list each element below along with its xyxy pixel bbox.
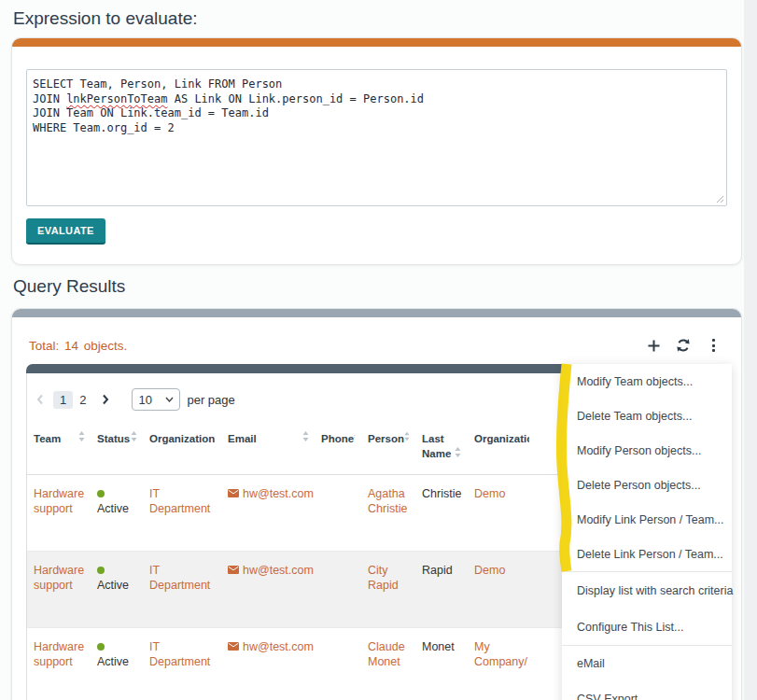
column-header-phone[interactable]: Phone <box>315 422 361 475</box>
status-text: Active <box>97 655 129 668</box>
menu-item[interactable]: Delete Person objects... <box>562 468 732 502</box>
status-text: Active <box>97 502 129 515</box>
menu-group: Modify Team objects...Delete Team object… <box>562 364 732 571</box>
status-dot <box>97 567 105 574</box>
menu-item[interactable]: Modify Link Person / Team... <box>562 502 732 537</box>
sort-icon <box>404 431 410 441</box>
expression-textarea[interactable]: SELECT Team, Person, Link FROM Person JO… <box>26 69 727 206</box>
sort-icon <box>354 431 356 441</box>
email-link[interactable]: hw@test.com <box>243 486 314 501</box>
expression-section-title: Expression to evaluate: <box>13 8 198 29</box>
email-icon <box>228 566 239 574</box>
organization2-link[interactable]: My Company/ <box>474 640 527 668</box>
email-icon <box>228 642 239 651</box>
menu-item[interactable]: Display list with search criteria <box>562 572 732 609</box>
menu-item[interactable]: eMail <box>562 646 732 681</box>
team-link[interactable]: Hardware support <box>34 487 84 515</box>
person-link[interactable]: Agatha Christie <box>368 487 407 515</box>
context-menu: Modify Team objects...Delete Team object… <box>562 364 732 700</box>
email-link[interactable]: hw@test.com <box>243 639 314 654</box>
column-header-last_name[interactable]: Last Name <box>415 422 468 475</box>
organization-link[interactable]: IT Department <box>149 640 210 668</box>
organization2-link[interactable]: Demo <box>474 564 505 577</box>
results-card-accent-bar <box>12 309 741 317</box>
menu-item[interactable]: Configure This List... <box>562 609 732 645</box>
column-label: Organization <box>149 431 215 446</box>
column-header-email[interactable]: Email <box>221 422 315 475</box>
refresh-icon[interactable] <box>676 338 691 353</box>
expression-card: SELECT Team, Person, Link FROM Person JO… <box>11 37 742 265</box>
resize-grip-icon[interactable] <box>716 195 724 203</box>
column-label: Person <box>368 431 404 446</box>
team-link[interactable]: Hardware support <box>34 640 84 668</box>
column-header-person[interactable]: Person <box>361 422 415 475</box>
menu-item[interactable]: CSV Export <box>562 681 732 700</box>
status-dot <box>97 490 105 497</box>
cell-phone <box>315 552 361 628</box>
organization-link[interactable]: IT Department <box>149 487 210 515</box>
sort-icon <box>302 431 309 441</box>
evaluate-button[interactable]: EVALUATE <box>26 218 105 245</box>
column-header-organization[interactable]: Organization <box>143 422 221 475</box>
email-icon <box>228 489 239 497</box>
menu-item[interactable]: Modify Team objects... <box>562 364 732 399</box>
page-number-1[interactable]: 1 <box>53 391 73 409</box>
per-page-select[interactable]: 10 <box>132 388 180 411</box>
sort-icon <box>78 431 85 441</box>
column-header-organization2: Organization <box>468 422 529 475</box>
expression-card-accent-bar <box>12 38 741 47</box>
sort-icon <box>455 447 461 457</box>
column-label: Team <box>34 431 61 446</box>
cell-phone <box>315 475 361 552</box>
prev-page-icon[interactable] <box>34 393 47 406</box>
status-dot <box>97 643 105 651</box>
person-link[interactable]: Claude Monet <box>368 640 405 668</box>
team-link[interactable]: Hardware support <box>34 564 84 592</box>
email-link[interactable]: hw@test.com <box>243 563 314 578</box>
misspelled-word: lnkPersonToTeam <box>66 92 167 105</box>
column-header-team[interactable]: Team <box>27 422 91 475</box>
cell-last_name: Christie <box>415 475 468 552</box>
sort-icon <box>131 431 137 441</box>
menu-group: Display list with search criteriaConfigu… <box>562 571 732 645</box>
page-number-2[interactable]: 2 <box>73 391 92 409</box>
menu-item[interactable]: Delete Team objects... <box>562 399 732 433</box>
menu-group: eMailCSV Export <box>562 645 732 700</box>
column-label: Last Name <box>422 433 451 459</box>
cell-last_name: Rapid <box>415 552 468 628</box>
total-objects-text: Total: 14 objects. <box>29 339 127 353</box>
column-label: Phone <box>321 431 354 446</box>
column-label: Status <box>97 431 130 446</box>
next-page-icon[interactable] <box>99 393 112 406</box>
column-header-status[interactable]: Status <box>91 422 143 475</box>
person-link[interactable]: City Rapid <box>368 564 399 592</box>
cell-last_name: Monet <box>415 628 468 700</box>
menu-item[interactable]: Delete Link Person / Team... <box>562 537 732 571</box>
cell-phone <box>315 628 361 700</box>
status-text: Active <box>97 579 129 592</box>
results-section-title: Query Results <box>13 276 125 297</box>
page-gutter <box>744 0 757 700</box>
column-label: Email <box>228 431 257 446</box>
organization-link[interactable]: IT Department <box>149 564 210 592</box>
column-label: Organization <box>474 431 529 446</box>
sort-icon <box>215 431 216 441</box>
per-page-label: per page <box>187 393 234 407</box>
add-icon[interactable] <box>646 338 661 353</box>
kebab-menu-icon[interactable] <box>706 338 721 353</box>
organization2-link[interactable]: Demo <box>474 487 505 500</box>
menu-item[interactable]: Modify Person objects... <box>562 433 732 468</box>
